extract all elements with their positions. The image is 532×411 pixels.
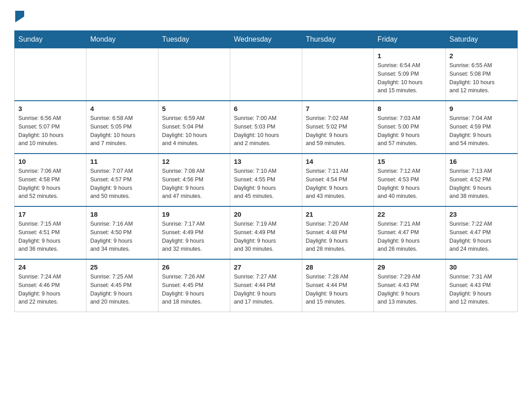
calendar-week-row: 10Sunrise: 7:06 AM Sunset: 4:58 PM Dayli…	[15, 154, 518, 206]
day-info: Sunrise: 7:07 AM Sunset: 4:57 PM Dayligh…	[90, 167, 154, 201]
day-info: Sunrise: 7:03 AM Sunset: 5:00 PM Dayligh…	[378, 114, 442, 148]
day-info: Sunrise: 7:25 AM Sunset: 4:45 PM Dayligh…	[90, 273, 154, 306]
day-number: 6	[234, 105, 298, 112]
day-number: 22	[378, 210, 442, 218]
calendar-cell	[230, 48, 302, 101]
day-info: Sunrise: 7:08 AM Sunset: 4:56 PM Dayligh…	[162, 167, 226, 201]
day-info: Sunrise: 7:00 AM Sunset: 5:03 PM Dayligh…	[234, 114, 298, 148]
calendar-cell: 18Sunrise: 7:16 AM Sunset: 4:50 PM Dayli…	[86, 206, 158, 259]
day-info: Sunrise: 6:54 AM Sunset: 5:09 PM Dayligh…	[378, 61, 442, 95]
calendar-table: SundayMondayTuesdayWednesdayThursdayFrid…	[14, 30, 518, 312]
day-info: Sunrise: 7:12 AM Sunset: 4:53 PM Dayligh…	[378, 167, 442, 201]
day-number: 19	[162, 210, 226, 218]
calendar-cell: 1Sunrise: 6:54 AM Sunset: 5:09 PM Daylig…	[374, 48, 446, 101]
day-number: 21	[306, 210, 370, 218]
day-info: Sunrise: 7:10 AM Sunset: 4:55 PM Dayligh…	[234, 167, 298, 201]
day-number: 30	[450, 263, 514, 271]
calendar-cell: 29Sunrise: 7:29 AM Sunset: 4:43 PM Dayli…	[374, 259, 446, 312]
day-number: 8	[378, 105, 442, 112]
weekday-header-thursday: Thursday	[302, 31, 373, 48]
day-info: Sunrise: 7:02 AM Sunset: 5:02 PM Dayligh…	[306, 114, 370, 148]
day-number: 2	[450, 52, 514, 60]
day-info: Sunrise: 7:06 AM Sunset: 4:58 PM Dayligh…	[18, 167, 82, 201]
day-number: 5	[162, 105, 226, 112]
weekday-header-tuesday: Tuesday	[158, 31, 230, 48]
logo-flag-icon	[15, 10, 28, 22]
day-number: 3	[18, 105, 82, 112]
weekday-header-friday: Friday	[374, 31, 446, 48]
day-number: 27	[234, 263, 298, 271]
calendar-cell: 14Sunrise: 7:11 AM Sunset: 4:54 PM Dayli…	[302, 154, 373, 206]
calendar-cell: 27Sunrise: 7:27 AM Sunset: 4:44 PM Dayli…	[230, 259, 302, 312]
calendar-cell	[158, 48, 230, 101]
day-info: Sunrise: 6:56 AM Sunset: 5:07 PM Dayligh…	[18, 114, 82, 148]
day-info: Sunrise: 6:55 AM Sunset: 5:08 PM Dayligh…	[450, 61, 514, 95]
day-number: 28	[306, 263, 370, 271]
calendar-cell	[86, 48, 158, 101]
calendar-cell: 21Sunrise: 7:20 AM Sunset: 4:48 PM Dayli…	[302, 206, 373, 259]
calendar-header-row: SundayMondayTuesdayWednesdayThursdayFrid…	[15, 31, 518, 48]
calendar-cell: 6Sunrise: 7:00 AM Sunset: 5:03 PM Daylig…	[230, 101, 302, 154]
calendar-cell: 9Sunrise: 7:04 AM Sunset: 4:59 PM Daylig…	[446, 101, 517, 154]
calendar-cell: 24Sunrise: 7:24 AM Sunset: 4:46 PM Dayli…	[15, 259, 86, 312]
calendar-week-row: 24Sunrise: 7:24 AM Sunset: 4:46 PM Dayli…	[15, 259, 518, 312]
day-number: 14	[306, 158, 370, 165]
day-info: Sunrise: 7:04 AM Sunset: 4:59 PM Dayligh…	[450, 114, 514, 148]
day-info: Sunrise: 7:22 AM Sunset: 4:47 PM Dayligh…	[450, 220, 514, 253]
day-number: 24	[18, 263, 82, 271]
day-info: Sunrise: 7:28 AM Sunset: 4:44 PM Dayligh…	[306, 273, 370, 306]
day-number: 29	[378, 263, 442, 271]
calendar-cell: 15Sunrise: 7:12 AM Sunset: 4:53 PM Dayli…	[374, 154, 446, 206]
calendar-week-row: 17Sunrise: 7:15 AM Sunset: 4:51 PM Dayli…	[15, 206, 518, 259]
day-number: 17	[18, 210, 82, 218]
calendar-cell: 25Sunrise: 7:25 AM Sunset: 4:45 PM Dayli…	[86, 259, 158, 312]
calendar-cell: 30Sunrise: 7:31 AM Sunset: 4:43 PM Dayli…	[446, 259, 517, 312]
day-info: Sunrise: 7:16 AM Sunset: 4:50 PM Dayligh…	[90, 220, 154, 253]
logo	[14, 11, 28, 23]
calendar-cell: 3Sunrise: 6:56 AM Sunset: 5:07 PM Daylig…	[15, 101, 86, 154]
day-number: 25	[90, 263, 154, 271]
day-number: 11	[90, 158, 154, 165]
day-info: Sunrise: 7:29 AM Sunset: 4:43 PM Dayligh…	[378, 273, 442, 306]
day-info: Sunrise: 7:11 AM Sunset: 4:54 PM Dayligh…	[306, 167, 370, 201]
calendar-cell: 12Sunrise: 7:08 AM Sunset: 4:56 PM Dayli…	[158, 154, 230, 206]
day-number: 26	[162, 263, 226, 271]
day-number: 12	[162, 158, 226, 165]
calendar-cell: 5Sunrise: 6:59 AM Sunset: 5:04 PM Daylig…	[158, 101, 230, 154]
day-info: Sunrise: 6:59 AM Sunset: 5:04 PM Dayligh…	[162, 114, 226, 148]
svg-rect-0	[15, 11, 24, 17]
calendar-week-row: 1Sunrise: 6:54 AM Sunset: 5:09 PM Daylig…	[15, 48, 518, 101]
day-info: Sunrise: 7:13 AM Sunset: 4:52 PM Dayligh…	[450, 167, 514, 201]
day-number: 7	[306, 105, 370, 112]
day-number: 15	[378, 158, 442, 165]
calendar-cell: 17Sunrise: 7:15 AM Sunset: 4:51 PM Dayli…	[15, 206, 86, 259]
day-number: 18	[90, 210, 154, 218]
day-number: 1	[378, 52, 442, 60]
day-info: Sunrise: 7:21 AM Sunset: 4:47 PM Dayligh…	[378, 220, 442, 253]
calendar-cell: 11Sunrise: 7:07 AM Sunset: 4:57 PM Dayli…	[86, 154, 158, 206]
weekday-header-saturday: Saturday	[446, 31, 517, 48]
calendar-cell: 22Sunrise: 7:21 AM Sunset: 4:47 PM Dayli…	[374, 206, 446, 259]
calendar-cell: 26Sunrise: 7:26 AM Sunset: 4:45 PM Dayli…	[158, 259, 230, 312]
day-info: Sunrise: 7:20 AM Sunset: 4:48 PM Dayligh…	[306, 220, 370, 253]
day-info: Sunrise: 7:24 AM Sunset: 4:46 PM Dayligh…	[18, 273, 82, 306]
calendar-cell: 10Sunrise: 7:06 AM Sunset: 4:58 PM Dayli…	[15, 154, 86, 206]
weekday-header-sunday: Sunday	[15, 31, 86, 48]
calendar-week-row: 3Sunrise: 6:56 AM Sunset: 5:07 PM Daylig…	[15, 101, 518, 154]
day-info: Sunrise: 7:19 AM Sunset: 4:49 PM Dayligh…	[234, 220, 298, 253]
weekday-header-monday: Monday	[86, 31, 158, 48]
page-header	[14, 11, 518, 23]
calendar-cell: 7Sunrise: 7:02 AM Sunset: 5:02 PM Daylig…	[302, 101, 373, 154]
day-info: Sunrise: 6:58 AM Sunset: 5:05 PM Dayligh…	[90, 114, 154, 148]
day-info: Sunrise: 7:31 AM Sunset: 4:43 PM Dayligh…	[450, 273, 514, 306]
day-number: 9	[450, 105, 514, 112]
calendar-cell: 28Sunrise: 7:28 AM Sunset: 4:44 PM Dayli…	[302, 259, 373, 312]
calendar-cell: 16Sunrise: 7:13 AM Sunset: 4:52 PM Dayli…	[446, 154, 517, 206]
svg-marker-1	[15, 17, 24, 22]
weekday-header-wednesday: Wednesday	[230, 31, 302, 48]
calendar-cell: 8Sunrise: 7:03 AM Sunset: 5:00 PM Daylig…	[374, 101, 446, 154]
day-number: 16	[450, 158, 514, 165]
calendar-cell: 4Sunrise: 6:58 AM Sunset: 5:05 PM Daylig…	[86, 101, 158, 154]
calendar-cell: 13Sunrise: 7:10 AM Sunset: 4:55 PM Dayli…	[230, 154, 302, 206]
calendar-cell	[15, 48, 86, 101]
